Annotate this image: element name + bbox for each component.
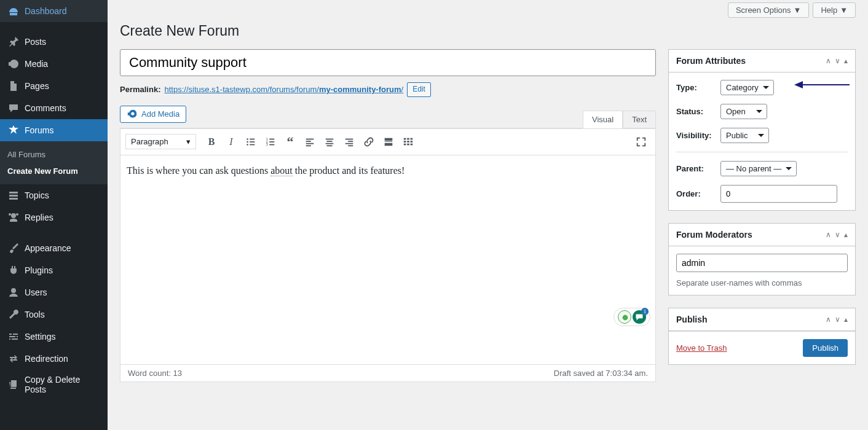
sidebar-item-posts[interactable]: Posts (0, 31, 108, 53)
move-down-button[interactable]: ∨ (835, 57, 840, 65)
svg-rect-20 (345, 138, 353, 139)
type-select[interactable]: Category (720, 80, 774, 95)
svg-rect-9 (269, 141, 274, 143)
svg-rect-14 (306, 143, 314, 144)
sidebar-item-copy-delete-posts[interactable]: Copy & Delete Posts (0, 370, 108, 399)
quote-button[interactable]: “ (281, 133, 299, 151)
visibility-label: Visibility: (676, 131, 720, 140)
admin-sidebar: Dashboard Posts Media Pages Comments For… (0, 0, 108, 430)
move-down-button[interactable]: ∨ (835, 230, 840, 239)
toggle-button[interactable]: ▴ (844, 315, 848, 324)
sidebar-label: Replies (25, 213, 53, 222)
toggle-button[interactable]: ▴ (844, 57, 848, 65)
sidebar-submenu: All Forums Create New Forum (0, 141, 108, 184)
svg-rect-28 (407, 138, 409, 139)
parent-label: Parent: (676, 164, 720, 173)
redirect-icon (7, 353, 20, 365)
sidebar-sub-all-forums[interactable]: All Forums (0, 146, 108, 163)
toggle-button[interactable]: ▴ (844, 230, 848, 239)
move-down-button[interactable]: ∨ (835, 315, 840, 324)
publish-button[interactable]: Publish (803, 339, 848, 357)
svg-rect-24 (385, 138, 393, 141)
sidebar-sub-create-new[interactable]: Create New Forum (0, 163, 108, 179)
ol-button[interactable]: 123 (261, 133, 280, 151)
parent-select[interactable]: — No parent — (720, 161, 797, 176)
svg-rect-30 (404, 141, 406, 143)
sidebar-item-forums[interactable]: Forums (0, 119, 108, 141)
sidebar-label: Dashboard (25, 6, 67, 16)
sidebar-label: Posts (25, 37, 46, 47)
forum-title-input[interactable] (120, 49, 656, 76)
svg-rect-21 (348, 141, 353, 142)
fullscreen-button[interactable] (632, 133, 650, 151)
align-right-button[interactable] (340, 133, 358, 151)
toolbar-toggle-button[interactable] (399, 133, 417, 151)
sidebar-label: Forums (25, 125, 53, 135)
add-media-button[interactable]: Add Media (120, 106, 186, 123)
sidebar-item-comments[interactable]: Comments (0, 97, 108, 119)
permalink-link[interactable]: https://situse.s1-tastewp.com/forums/for… (164, 85, 403, 94)
sidebar-item-tools[interactable]: Tools (0, 303, 108, 326)
svg-rect-17 (327, 141, 333, 142)
brush-icon (7, 242, 20, 254)
moderators-input[interactable] (676, 254, 848, 272)
svg-rect-3 (250, 141, 254, 143)
order-input[interactable] (720, 185, 837, 203)
editor-content[interactable]: This is where you can ask questions abou… (120, 155, 655, 364)
visibility-select[interactable]: Public (720, 128, 769, 143)
status-select[interactable]: Open (720, 104, 767, 119)
sidebar-label: Settings (25, 332, 56, 342)
svg-rect-23 (348, 145, 353, 146)
sidebar-item-redirection[interactable]: Redirection (0, 348, 108, 370)
type-label: Type: (676, 83, 720, 92)
svg-rect-33 (404, 143, 406, 145)
italic-button[interactable]: I (222, 133, 240, 151)
sidebar-item-topics[interactable]: Topics (0, 184, 108, 206)
word-count: Word count: 13 (128, 369, 182, 378)
move-up-button[interactable]: ∧ (826, 230, 831, 239)
permalink-label: Permalink: (120, 85, 160, 94)
copy-icon (7, 378, 20, 391)
editor-toolbar: Paragraph▾ B I 123 “ (120, 128, 655, 155)
tab-text[interactable]: Text (623, 111, 656, 128)
move-to-trash-link[interactable]: Move to Trash (676, 343, 727, 353)
screen-options-button[interactable]: Screen Options▼ (728, 2, 809, 18)
sidebar-label: Tools (25, 310, 45, 319)
sidebar-item-settings[interactable]: Settings (0, 326, 108, 348)
forum-icon (7, 124, 20, 136)
move-up-button[interactable]: ∧ (826, 315, 831, 324)
pin-bubble-icon[interactable] (618, 310, 631, 324)
draft-saved-status: Draft saved at 7:03:34 am. (554, 369, 648, 378)
bold-button[interactable]: B (202, 133, 221, 151)
svg-point-2 (247, 141, 248, 143)
svg-rect-15 (306, 145, 311, 146)
sidebar-item-dashboard[interactable]: Dashboard (0, 0, 108, 22)
align-center-button[interactable] (320, 133, 339, 151)
sidebar-item-appearance[interactable]: Appearance (0, 237, 108, 259)
svg-rect-27 (404, 138, 406, 139)
svg-rect-29 (411, 138, 413, 139)
sidebar-label: Pages (25, 81, 49, 91)
edit-slug-button[interactable]: Edit (407, 82, 431, 97)
sidebar-item-users[interactable]: Users (0, 281, 108, 303)
ul-button[interactable] (242, 133, 260, 151)
align-left-button[interactable] (301, 133, 319, 151)
svg-rect-12 (306, 138, 314, 139)
sidebar-label: Media (25, 59, 48, 69)
chat-bubble-icon[interactable]: 1 (633, 310, 646, 324)
format-dropdown[interactable]: Paragraph▾ (125, 134, 196, 149)
move-up-button[interactable]: ∧ (826, 57, 831, 65)
help-button[interactable]: Help▼ (813, 2, 856, 18)
editor-box: Paragraph▾ B I 123 “ (120, 128, 656, 382)
tab-visual[interactable]: Visual (583, 111, 623, 128)
link-button[interactable] (360, 133, 378, 151)
svg-point-0 (247, 138, 248, 140)
replies-icon (7, 211, 20, 224)
sidebar-item-replies[interactable]: Replies (0, 206, 108, 229)
svg-rect-13 (306, 141, 311, 142)
sidebar-item-plugins[interactable]: Plugins (0, 259, 108, 281)
svg-point-36 (623, 315, 628, 320)
sidebar-item-media[interactable]: Media (0, 53, 108, 75)
readmore-button[interactable] (379, 133, 398, 151)
sidebar-item-pages[interactable]: Pages (0, 75, 108, 97)
